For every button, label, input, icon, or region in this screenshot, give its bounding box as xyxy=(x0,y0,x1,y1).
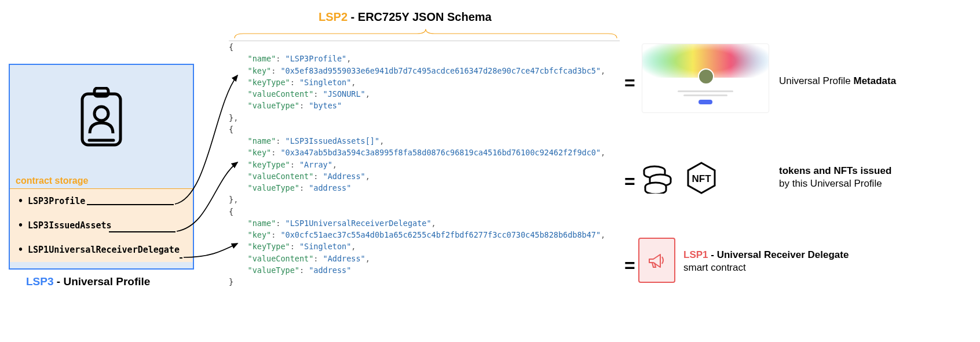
storage-item-lsp1delegate: LSP1UniversalReceiverDelegate xyxy=(10,238,193,262)
coins-icon xyxy=(642,162,678,194)
megaphone-icon xyxy=(646,250,667,271)
lsp1-delegate-box xyxy=(638,238,675,283)
storage-item-lsp3issuedassets: LSP3IssuedAssets xyxy=(10,213,193,238)
storage-item-lsp3profile: LSP3Profile xyxy=(10,189,193,213)
brace-icon xyxy=(232,28,620,39)
svg-text:NFT: NFT xyxy=(692,173,711,184)
connector-line xyxy=(109,231,175,232)
lsp2-label: LSP2 xyxy=(319,10,348,23)
connector-line xyxy=(87,204,174,205)
connector-line xyxy=(180,257,182,259)
profile-card-icon xyxy=(10,65,193,172)
profile-metadata-preview xyxy=(642,43,769,113)
contract-box: contract storage LSP3Profile LSP3IssuedA… xyxy=(9,64,194,270)
lsp3-label: LSP3 xyxy=(26,275,54,288)
contract-storage-label: contract storage xyxy=(10,172,193,189)
json-schema-code: { "name": "LSP3Profile", "key": "0x5ef83… xyxy=(229,41,620,288)
schema-label: - ERC725Y JSON Schema xyxy=(348,10,492,23)
lsp1-label: LSP1 - Universal Receiver Delegate smart… xyxy=(683,249,880,274)
lsp3-rest: - Universal Profile xyxy=(54,275,151,288)
schema-title: LSP2 - ERC725Y JSON Schema xyxy=(319,10,492,24)
equals-icon: = xyxy=(624,72,635,94)
svg-point-2 xyxy=(94,107,108,121)
tokens-nft-icons: NFT xyxy=(642,161,718,195)
equals-icon: = xyxy=(624,255,635,276)
nft-icon: NFT xyxy=(685,161,718,195)
svg-rect-1 xyxy=(94,88,108,96)
metadata-label: Universal Profile Metadata xyxy=(779,75,896,87)
storage-section: LSP3Profile LSP3IssuedAssets LSP1Univers… xyxy=(10,189,193,262)
tokens-label: tokens and NFTs issued by this Universal… xyxy=(779,165,964,190)
equals-icon: = xyxy=(624,171,635,192)
lsp3-caption: LSP3 - Universal Profile xyxy=(26,275,150,288)
